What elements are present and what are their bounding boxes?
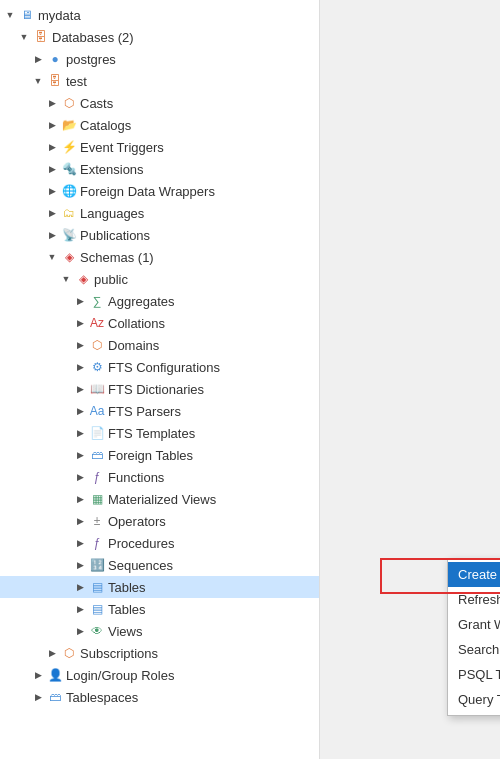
tree-item-languages[interactable]: 🗂Languages [0, 202, 319, 224]
context-menu-item-search-objects[interactable]: Search Objects... [448, 637, 500, 662]
context-menu-item-psql-tool[interactable]: PSQL Tool [448, 662, 500, 687]
context-menu-item-grant-wizard[interactable]: Grant Wizard... [448, 612, 500, 637]
node-label: FTS Templates [108, 426, 195, 441]
chevron-icon[interactable] [74, 361, 86, 373]
chevron-icon[interactable] [32, 691, 44, 703]
node-label: Operators [108, 514, 166, 529]
node-icon: ▦ [89, 491, 105, 507]
tree-item-public[interactable]: ◈public [0, 268, 319, 290]
chevron-icon[interactable] [74, 559, 86, 571]
chevron-icon[interactable] [74, 339, 86, 351]
node-label: Sequences [108, 558, 173, 573]
tree-item-schemas[interactable]: ◈Schemas (1) [0, 246, 319, 268]
tree-item-fdw[interactable]: 🌐Foreign Data Wrappers [0, 180, 319, 202]
node-label: Domains [108, 338, 159, 353]
menu-item-label: Grant Wizard... [458, 617, 500, 632]
tree-item-tables-sel[interactable]: ▤Tables [0, 576, 319, 598]
chevron-icon[interactable] [60, 273, 72, 285]
chevron-icon[interactable] [74, 493, 86, 505]
chevron-icon[interactable] [74, 471, 86, 483]
node-icon: 👤 [47, 667, 63, 683]
node-icon: ⬡ [61, 95, 77, 111]
node-icon: 🖥 [19, 7, 35, 23]
chevron-icon[interactable] [32, 53, 44, 65]
chevron-icon[interactable] [74, 449, 86, 461]
chevron-icon[interactable] [32, 669, 44, 681]
chevron-icon[interactable] [46, 119, 58, 131]
chevron-icon[interactable] [74, 427, 86, 439]
node-label: Foreign Tables [108, 448, 193, 463]
chevron-icon[interactable] [46, 97, 58, 109]
tree-item-procedures[interactable]: ƒProcedures [0, 532, 319, 554]
node-label: Databases (2) [52, 30, 134, 45]
tree-item-fts-parsers[interactable]: AaFTS Parsers [0, 400, 319, 422]
tree-item-collations[interactable]: AzCollations [0, 312, 319, 334]
node-label: Extensions [80, 162, 144, 177]
node-label: Event Triggers [80, 140, 164, 155]
chevron-icon[interactable] [74, 603, 86, 615]
tree-item-mydata[interactable]: 🖥mydata [0, 4, 319, 26]
node-label: Materialized Views [108, 492, 216, 507]
chevron-icon[interactable] [74, 295, 86, 307]
tree-item-catalogs[interactable]: 📂Catalogs [0, 114, 319, 136]
tree-item-sequences[interactable]: 🔢Sequences [0, 554, 319, 576]
node-label: Casts [80, 96, 113, 111]
chevron-icon[interactable] [46, 163, 58, 175]
chevron-icon[interactable] [74, 537, 86, 549]
chevron-icon[interactable] [46, 141, 58, 153]
chevron-icon[interactable] [46, 251, 58, 263]
chevron-icon[interactable] [74, 581, 86, 593]
tree-item-operators[interactable]: ±Operators [0, 510, 319, 532]
tree-item-test[interactable]: 🗄test [0, 70, 319, 92]
node-icon: ∑ [89, 293, 105, 309]
tree-item-fts-templates[interactable]: 📄FTS Templates [0, 422, 319, 444]
chevron-icon[interactable] [74, 317, 86, 329]
chevron-icon[interactable] [74, 383, 86, 395]
tree-item-postgres[interactable]: ●postgres [0, 48, 319, 70]
node-icon: ◈ [61, 249, 77, 265]
tree-item-fts-config[interactable]: ⚙FTS Configurations [0, 356, 319, 378]
tree-item-tablespaces[interactable]: 🗃Tablespaces [0, 686, 319, 708]
tree-item-subscriptions[interactable]: ⬡Subscriptions [0, 642, 319, 664]
context-menu: Create▶RefreshGrant Wizard...Search Obje… [447, 558, 500, 716]
chevron-icon[interactable] [18, 31, 30, 43]
tree-item-mat-views[interactable]: ▦Materialized Views [0, 488, 319, 510]
chevron-icon[interactable] [46, 647, 58, 659]
tree-item-login-group[interactable]: 👤Login/Group Roles [0, 664, 319, 686]
tree-item-functions[interactable]: ƒFunctions [0, 466, 319, 488]
tree-item-databases[interactable]: 🗄Databases (2) [0, 26, 319, 48]
node-label: Collations [108, 316, 165, 331]
tree-item-views[interactable]: 👁Views [0, 620, 319, 642]
chevron-icon[interactable] [46, 185, 58, 197]
chevron-icon[interactable] [32, 75, 44, 87]
chevron-icon[interactable] [46, 229, 58, 241]
node-icon: 🗄 [47, 73, 63, 89]
node-label: Schemas (1) [80, 250, 154, 265]
node-label: Tables [108, 602, 146, 617]
tree-item-publications[interactable]: 📡Publications [0, 224, 319, 246]
tree-item-fts-dict[interactable]: 📖FTS Dictionaries [0, 378, 319, 400]
context-menu-item-create[interactable]: Create▶ [448, 562, 500, 587]
tree-item-foreign-tables[interactable]: 🗃Foreign Tables [0, 444, 319, 466]
node-label: FTS Configurations [108, 360, 220, 375]
chevron-icon[interactable] [4, 9, 16, 21]
node-label: Publications [80, 228, 150, 243]
context-menu-item-refresh[interactable]: Refresh [448, 587, 500, 612]
node-icon: 🔢 [89, 557, 105, 573]
tree-item-extensions[interactable]: 🔩Extensions [0, 158, 319, 180]
chevron-icon[interactable] [46, 207, 58, 219]
chevron-icon[interactable] [74, 515, 86, 527]
context-menu-item-query-tool[interactable]: Query Tool [448, 687, 500, 712]
node-icon: 🗃 [89, 447, 105, 463]
chevron-icon[interactable] [74, 625, 86, 637]
chevron-icon[interactable] [74, 405, 86, 417]
node-icon: 🗄 [33, 29, 49, 45]
node-label: FTS Parsers [108, 404, 181, 419]
tree-item-aggregates[interactable]: ∑Aggregates [0, 290, 319, 312]
tree-item-event-triggers[interactable]: ⚡Event Triggers [0, 136, 319, 158]
tree-item-casts[interactable]: ⬡Casts [0, 92, 319, 114]
tree-item-tables2[interactable]: ▤Tables [0, 598, 319, 620]
tree-item-domains[interactable]: ⬡Domains [0, 334, 319, 356]
node-label: Procedures [108, 536, 174, 551]
menu-item-label: Query Tool [458, 692, 500, 707]
